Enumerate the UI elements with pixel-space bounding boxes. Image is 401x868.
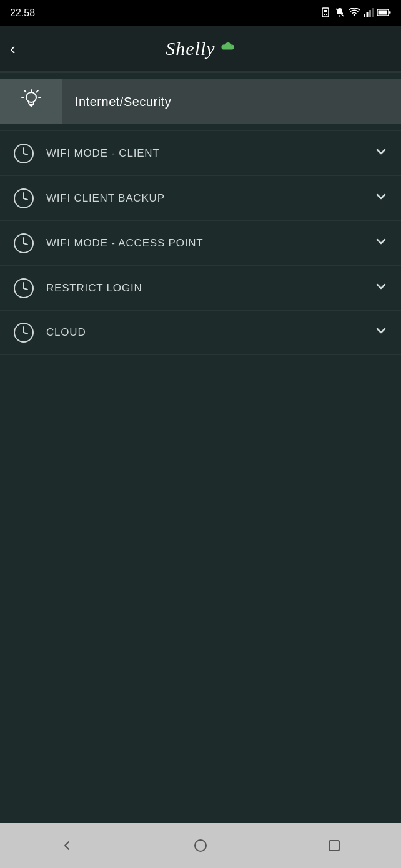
nav-divider bbox=[0, 71, 401, 73]
clock-icon-restrict-login bbox=[12, 277, 35, 300]
logo-cloud-icon bbox=[218, 40, 235, 57]
svg-line-19 bbox=[37, 90, 39, 92]
menu-item-label-cloud: CLOUD bbox=[46, 326, 374, 339]
section-header-title: Internet/Security bbox=[62, 95, 171, 109]
bell-mute-icon bbox=[335, 7, 345, 19]
menu-item-wifi-mode-access-point[interactable]: WIFI MODE - ACCESS POINT bbox=[0, 220, 401, 265]
status-icons bbox=[321, 7, 391, 19]
bottom-nav-bar bbox=[0, 823, 401, 868]
bottom-nav-home-button[interactable] bbox=[182, 827, 219, 864]
svg-rect-12 bbox=[389, 11, 391, 14]
menu-item-label-wifi-client-backup: WIFI CLIENT BACKUP bbox=[46, 192, 374, 205]
section-header-icon-box bbox=[0, 79, 62, 124]
menu-item-wifi-mode-client[interactable]: WIFI MODE - CLIENT bbox=[0, 130, 401, 175]
menu-item-wifi-client-backup[interactable]: WIFI CLIENT BACKUP bbox=[0, 175, 401, 220]
clock-icon-wifi-mode-client bbox=[12, 142, 35, 165]
menu-item-cloud[interactable]: CLOUD bbox=[0, 310, 401, 355]
chevron-icon-wifi-client-backup bbox=[374, 189, 389, 208]
menu-item-label-wifi-mode-client: WIFI MODE - CLIENT bbox=[46, 147, 374, 160]
svg-rect-1 bbox=[324, 10, 327, 12]
svg-rect-3 bbox=[326, 14, 327, 15]
svg-point-4 bbox=[339, 15, 340, 16]
wifi-icon bbox=[349, 8, 360, 19]
svg-line-22 bbox=[24, 154, 27, 155]
nav-bar: ‹ Shelly bbox=[0, 26, 401, 71]
signal-icon bbox=[364, 8, 374, 19]
svg-line-25 bbox=[24, 198, 27, 200]
clock-icon-wifi-client-backup bbox=[12, 187, 35, 210]
chevron-icon-restrict-login bbox=[374, 279, 389, 298]
svg-point-35 bbox=[195, 840, 206, 851]
svg-rect-8 bbox=[369, 10, 371, 17]
chevron-icon-wifi-mode-client bbox=[374, 144, 389, 163]
logo-text: Shelly bbox=[166, 38, 215, 59]
chevron-icon-cloud bbox=[374, 323, 389, 342]
svg-line-31 bbox=[24, 288, 27, 290]
main-content bbox=[0, 355, 401, 823]
battery-icon bbox=[377, 8, 391, 18]
svg-rect-11 bbox=[379, 11, 387, 15]
bulb-icon bbox=[21, 89, 42, 115]
status-bar: 22.58 bbox=[0, 0, 401, 26]
svg-rect-7 bbox=[367, 12, 369, 17]
bottom-nav-recent-button[interactable] bbox=[315, 827, 353, 864]
svg-rect-36 bbox=[329, 841, 339, 851]
svg-rect-2 bbox=[324, 14, 325, 15]
svg-rect-9 bbox=[372, 8, 374, 17]
clock-icon-wifi-mode-access-point bbox=[12, 232, 35, 255]
logo: Shelly bbox=[166, 38, 235, 59]
menu-item-label-wifi-mode-access-point: WIFI MODE - ACCESS POINT bbox=[46, 237, 374, 250]
svg-rect-6 bbox=[364, 14, 365, 17]
bottom-nav-back-button[interactable] bbox=[48, 827, 86, 864]
status-time: 22.58 bbox=[10, 7, 35, 19]
menu-list: WIFI MODE - CLIENT WIFI CLIENT BACKUP bbox=[0, 130, 401, 355]
svg-line-34 bbox=[24, 333, 27, 334]
svg-point-13 bbox=[26, 92, 36, 102]
svg-line-28 bbox=[24, 243, 27, 245]
menu-item-label-restrict-login: RESTRICT LOGIN bbox=[46, 282, 374, 295]
menu-item-restrict-login[interactable]: RESTRICT LOGIN bbox=[0, 265, 401, 310]
clock-icon-cloud bbox=[12, 321, 35, 344]
chevron-icon-wifi-mode-access-point bbox=[374, 234, 389, 253]
section-header: Internet/Security bbox=[0, 79, 401, 124]
back-button[interactable]: ‹ bbox=[10, 41, 16, 57]
sim-icon bbox=[321, 7, 331, 19]
svg-line-18 bbox=[24, 90, 26, 92]
